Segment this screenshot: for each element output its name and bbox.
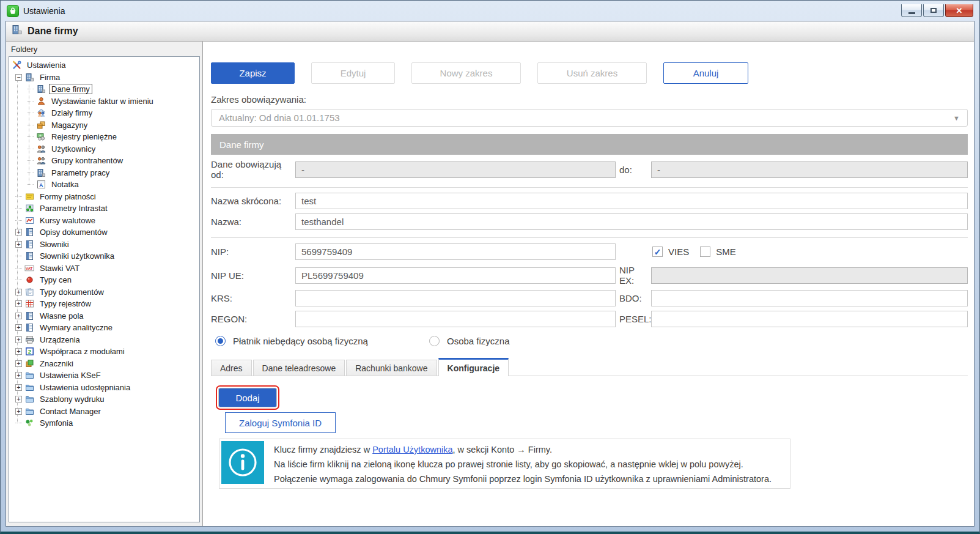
- company-icon: [24, 73, 34, 82]
- nip-ue-field[interactable]: [295, 267, 616, 284]
- tree-item-symfonia[interactable]: Symfonia: [10, 417, 198, 429]
- company-icon: [36, 84, 46, 94]
- tree-item-label: Słowniki użytkownika: [37, 251, 117, 261]
- expander-plus-icon[interactable]: +: [15, 360, 22, 367]
- tree-item-slowniki-uzytkownika[interactable]: Słowniki użytkownika: [10, 250, 198, 262]
- tree-item-wspolpraca-z-modulami[interactable]: +2Współpraca z modułami: [10, 346, 198, 358]
- tree-item-label: Grupy kontrahentów: [49, 155, 125, 166]
- tree-item-parametry-intrastat[interactable]: Parametry Intrastat: [10, 202, 198, 215]
- dates-row: Dane obowiązują od: do:: [211, 159, 968, 180]
- tree-item-label: Dane firmy: [49, 84, 92, 94]
- pesel-field[interactable]: [651, 311, 968, 327]
- regon-field[interactable]: [295, 311, 616, 327]
- tab-rachunki-bankowe[interactable]: Rachunki bankowe: [346, 360, 437, 376]
- tree-item-kursy-walutowe[interactable]: Kursy walutowe: [10, 215, 198, 227]
- tree-item-formy-platnosci[interactable]: Formy płatności: [10, 191, 198, 203]
- tree-item-wlasne-pola[interactable]: +Własne pola: [10, 310, 198, 322]
- krs-row: KRS: BDO:: [211, 290, 968, 306]
- tree-item-label: Wymiary analityczne: [37, 322, 115, 333]
- separator: [211, 237, 968, 238]
- vies-checkbox[interactable]: ✓ VIES: [652, 247, 689, 257]
- expander-plus-icon[interactable]: +: [15, 396, 22, 402]
- tree-item-dane-firmy[interactable]: Dane firmy: [10, 83, 198, 95]
- krs-field[interactable]: [295, 290, 616, 306]
- tree-item-uzytkownicy[interactable]: Użytkownicy: [10, 143, 198, 155]
- portal-uzytkownika-link[interactable]: Portalu Użytkownika: [372, 445, 452, 454]
- expander-plus-icon[interactable]: +: [15, 289, 22, 295]
- tree-item-label: Ustawienia KSeF: [37, 370, 103, 380]
- warehouse-icon: [36, 121, 46, 130]
- tree-item-parametry-pracy[interactable]: Parametry pracy: [10, 167, 198, 179]
- tab-dane-teleadresowe[interactable]: Dane teleadresowe: [253, 360, 345, 376]
- tree-item-znaczniki[interactable]: +Znaczniki: [10, 358, 198, 370]
- expander-plus-icon[interactable]: +: [15, 324, 22, 331]
- nip-field[interactable]: [295, 243, 616, 260]
- expander-plus-icon[interactable]: +: [15, 384, 22, 391]
- zaloguj-symfonia-id-button[interactable]: Zaloguj Symfonia ID: [225, 412, 336, 433]
- bdo-field[interactable]: [651, 290, 968, 306]
- tree-item-dzialy-firmy[interactable]: Działy firmy: [10, 107, 198, 119]
- tree-item-ustawienia-udostepniania[interactable]: +Ustawienia udostępniania: [10, 382, 198, 394]
- tree-item-label: Magazyny: [49, 120, 90, 130]
- krs-label: KRS:: [211, 293, 295, 303]
- sme-checkbox[interactable]: ✓ SME: [700, 247, 736, 257]
- expander-plus-icon[interactable]: +: [15, 300, 22, 307]
- usun-zakres-button: Usuń zakres: [537, 62, 647, 84]
- departments-icon: [36, 108, 46, 117]
- zapisz-button[interactable]: Zapisz: [211, 62, 295, 84]
- nip-ex-field[interactable]: [651, 267, 968, 284]
- radio-icon: [215, 336, 226, 346]
- radio-osoba-fizyczna[interactable]: Osoba fizyczna: [429, 336, 510, 346]
- close-button[interactable]: ✕: [945, 4, 973, 17]
- window-body: Dane firmy Foldery Ustawienia−FirmaDane …: [6, 21, 974, 527]
- name-label: Nazwa:: [211, 217, 295, 227]
- expander-plus-icon[interactable]: +: [15, 241, 22, 248]
- section-header: Dane firmy: [211, 134, 968, 155]
- tree-item-magazyny[interactable]: Magazyny: [10, 119, 198, 132]
- radio-platnik-niebedacy[interactable]: Płatnik niebędący osobą fizyczną: [215, 336, 368, 346]
- tree-item-slowniki[interactable]: +Słowniki: [10, 239, 198, 251]
- tree-item-ustawienia[interactable]: Ustawienia: [10, 59, 198, 72]
- tree-item-typy-rejestrow[interactable]: +Typy rejestrów: [10, 298, 198, 310]
- tree-item-stawki-vat[interactable]: VATStawki VAT: [10, 262, 198, 275]
- nip-ue-label: NIP UE:: [211, 270, 295, 281]
- tree-item-rejestry-pieniezne[interactable]: Rejestry pieniężne: [10, 131, 198, 143]
- minimize-button[interactable]: [901, 4, 922, 17]
- name-field[interactable]: [295, 213, 968, 230]
- tree-item-opisy-dokumentow[interactable]: +Opisy dokumentów: [10, 226, 198, 239]
- expander-plus-icon[interactable]: +: [15, 408, 22, 415]
- highlight-ring: Dodaj: [216, 385, 279, 410]
- tree-item-grupy-kontrahentow[interactable]: Grupy kontrahentów: [10, 155, 198, 167]
- tree-item-notatka[interactable]: ANotatka: [10, 179, 198, 191]
- dates-from-field[interactable]: [295, 161, 616, 178]
- tree-item-wymiary-analityczne[interactable]: +Wymiary analityczne: [10, 322, 198, 334]
- anuluj-button[interactable]: Anuluj: [663, 62, 748, 84]
- tab-konfiguracje[interactable]: Konfiguracje: [438, 358, 509, 376]
- zakres-dropdown-value: Aktualny: Od dnia 01.01.1753: [219, 113, 340, 123]
- expander-plus-icon[interactable]: +: [15, 372, 22, 379]
- expander-plus-icon[interactable]: +: [15, 313, 22, 319]
- payer-type-radios: Płatnik niebędący osobą fizyczną Osoba f…: [215, 336, 968, 346]
- tree-item-typy-dokumentow[interactable]: +Typy dokumentów: [10, 286, 198, 299]
- expander-plus-icon[interactable]: +: [15, 229, 22, 235]
- zakres-dropdown[interactable]: Aktualny: Od dnia 01.01.1753 ▼: [211, 109, 968, 127]
- tree-item-firma[interactable]: −Firma: [10, 72, 198, 84]
- folder-icon: [24, 395, 34, 404]
- users-icon: [36, 156, 46, 165]
- tab-adres[interactable]: Adres: [211, 360, 252, 376]
- tree-item-ustawienia-ksef[interactable]: +Ustawienia KSeF: [10, 369, 198, 382]
- tree-item-szablony-wydruku[interactable]: +Szablony wydruku: [10, 393, 198, 406]
- expander-plus-icon[interactable]: +: [15, 348, 22, 355]
- dodaj-button[interactable]: Dodaj: [219, 388, 276, 407]
- tree-item-contact-manager[interactable]: +Contact Manager: [10, 406, 198, 418]
- tree-item-typy-cen[interactable]: Typy cen: [10, 274, 198, 286]
- short-name-field[interactable]: [295, 193, 968, 209]
- expander-minus-icon[interactable]: −: [15, 74, 22, 81]
- money-icon: [36, 132, 46, 141]
- dates-to-field[interactable]: [651, 161, 968, 178]
- maximize-button[interactable]: [923, 4, 944, 17]
- tree-guide-stub: [15, 423, 22, 423]
- expander-plus-icon[interactable]: +: [15, 336, 22, 343]
- tree-item-wystawianie-faktur-w-imieniu[interactable]: Wystawianie faktur w imieniu: [10, 95, 198, 108]
- tree-item-urzadzenia[interactable]: +Urządzenia: [10, 334, 198, 346]
